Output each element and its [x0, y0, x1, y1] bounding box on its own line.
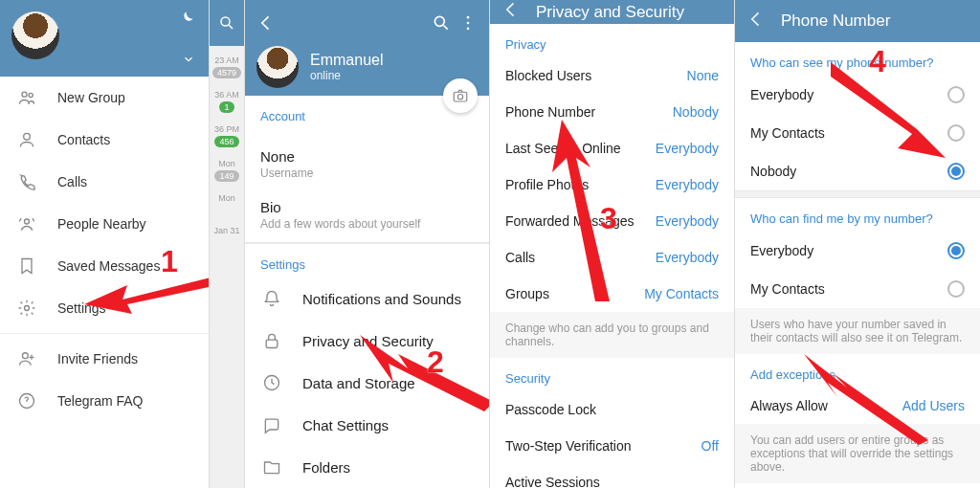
- privacy-row[interactable]: GroupsMy Contacts: [490, 276, 734, 312]
- exceptions-heading: Add exceptions: [735, 354, 980, 388]
- radio-option[interactable]: Everybody: [735, 232, 980, 270]
- bio-row[interactable]: Bio Add a few words about yourself: [245, 191, 489, 242]
- row-label: Groups: [505, 286, 549, 301]
- back-icon[interactable]: [256, 13, 276, 36]
- chat-search-icon[interactable]: [210, 0, 244, 46]
- option-label: My Contacts: [750, 125, 825, 141]
- svg-point-4: [25, 306, 30, 311]
- camera-fab[interactable]: [443, 78, 478, 113]
- username-label: Username: [260, 166, 474, 180]
- settings-item-icon: [260, 331, 283, 350]
- chat-row[interactable]: 36 AM1: [210, 84, 244, 119]
- gear-icon: [15, 299, 38, 318]
- chat-row[interactable]: [210, 209, 244, 220]
- chat-row[interactable]: 36 PM456: [210, 119, 244, 153]
- svg-point-10: [467, 22, 470, 25]
- search-icon[interactable]: [432, 13, 451, 36]
- row-value: Everybody: [656, 177, 719, 192]
- back-icon[interactable]: [501, 0, 521, 24]
- radio-icon: [947, 280, 965, 298]
- divider: [0, 333, 209, 334]
- settings-item-label: Folders: [302, 459, 350, 476]
- menu-label: People Nearby: [57, 216, 146, 232]
- settings-item-data-and-storage[interactable]: Data and Storage: [245, 362, 489, 404]
- user-icon: [15, 130, 38, 149]
- svg-point-0: [22, 92, 27, 97]
- menu-saved-messages[interactable]: Saved Messages: [0, 245, 209, 287]
- privacy-row[interactable]: CallsEverybody: [490, 239, 734, 276]
- always-allow-row[interactable]: Always Allow Add Users: [735, 388, 980, 424]
- profile-avatar[interactable]: [256, 46, 299, 88]
- username-value: None: [260, 148, 474, 165]
- radio-option[interactable]: My Contacts: [735, 114, 980, 152]
- privacy-panel: Privacy and Security Privacy Blocked Use…: [490, 0, 735, 488]
- header-title: Privacy and Security: [536, 3, 723, 22]
- add-users-link[interactable]: Add Users: [902, 398, 965, 413]
- security-row[interactable]: Two-Step VerificationOff: [490, 428, 734, 464]
- find-hint: Users who have your number saved in thei…: [735, 308, 980, 354]
- phone-number-panel: Phone Number Who can see my phone number…: [735, 0, 980, 488]
- settings-heading: Settings: [245, 244, 489, 277]
- chat-row[interactable]: Mon: [210, 188, 244, 209]
- row-value: Nobody: [673, 104, 719, 120]
- menu-settings[interactable]: Settings: [0, 287, 209, 329]
- security-row[interactable]: Active Sessions: [490, 464, 734, 488]
- menu-label: Calls: [57, 174, 87, 189]
- menu-contacts[interactable]: Contacts: [0, 119, 209, 161]
- username-row[interactable]: None Username: [245, 141, 489, 191]
- night-mode-icon[interactable]: [178, 10, 195, 32]
- menu-new-group[interactable]: New Group: [0, 77, 209, 119]
- menu-telegram-faq[interactable]: Telegram FAQ: [0, 380, 209, 422]
- radio-option[interactable]: My Contacts: [735, 270, 980, 308]
- settings-item-folders[interactable]: Folders: [245, 446, 489, 488]
- row-value: Everybody: [656, 141, 719, 156]
- settings-item-notifications-and-sounds[interactable]: Notifications and Sounds: [245, 277, 489, 320]
- profile-name: Emmanuel: [310, 52, 383, 69]
- privacy-row[interactable]: Blocked UsersNone: [490, 57, 734, 94]
- chat-row[interactable]: Jan 31: [210, 220, 244, 241]
- bio-value: Bio: [260, 199, 474, 215]
- menu-calls[interactable]: Calls: [0, 161, 209, 203]
- chevron-down-icon[interactable]: [182, 53, 195, 69]
- privacy-row[interactable]: Phone NumberNobody: [490, 94, 734, 130]
- row-value: Everybody: [656, 250, 719, 265]
- row-label: Phone Number: [505, 104, 595, 120]
- menu-label: Settings: [57, 300, 106, 316]
- nearby-icon: [15, 214, 38, 233]
- radio-icon: [947, 163, 965, 180]
- back-icon[interactable]: [746, 10, 766, 33]
- radio-option[interactable]: Everybody: [735, 76, 980, 114]
- settings-item-label: Notifications and Sounds: [302, 291, 461, 307]
- radio-option[interactable]: Nobody: [735, 152, 980, 190]
- unread-badge: 4579: [212, 67, 241, 78]
- row-label: Two-Step Verification: [505, 438, 632, 454]
- privacy-row[interactable]: Last Seen & OnlineEverybody: [490, 130, 734, 166]
- security-heading: Security: [490, 358, 734, 391]
- settings-item-icon: [260, 415, 283, 434]
- menu-invite-friends[interactable]: Invite Friends: [0, 338, 209, 380]
- svg-point-1: [29, 93, 33, 97]
- chat-list[interactable]: 23 AM457936 AM136 PM456Mon149MonJan 31: [210, 46, 244, 488]
- help-icon: [15, 391, 38, 410]
- svg-point-7: [221, 17, 230, 26]
- privacy-row[interactable]: Profile PhotosEverybody: [490, 166, 734, 203]
- chat-row[interactable]: Mon149: [210, 153, 244, 188]
- avatar[interactable]: [11, 11, 59, 59]
- row-label: Profile Photos: [505, 177, 589, 192]
- more-icon[interactable]: [458, 13, 478, 36]
- menu-people-nearby[interactable]: People Nearby: [0, 203, 209, 245]
- option-label: My Contacts: [750, 281, 825, 297]
- radio-icon: [947, 242, 965, 259]
- drawer-menu: New Group Contacts Calls People Nearby S…: [0, 77, 209, 488]
- security-row[interactable]: Passcode Lock: [490, 391, 734, 428]
- chat-row[interactable]: 23 AM4579: [210, 50, 244, 84]
- menu-label: New Group: [57, 90, 125, 105]
- privacy-row[interactable]: Forwarded MessagesEverybody: [490, 203, 734, 239]
- settings-item-icon: [260, 373, 283, 392]
- settings-item-chat-settings[interactable]: Chat Settings: [245, 404, 489, 446]
- settings-item-label: Data and Storage: [302, 375, 415, 391]
- settings-item-privacy-and-security[interactable]: Privacy and Security: [245, 320, 489, 362]
- svg-point-9: [467, 16, 470, 19]
- privacy-hint: Change who can add you to groups and cha…: [490, 312, 734, 358]
- row-value: Everybody: [656, 213, 719, 229]
